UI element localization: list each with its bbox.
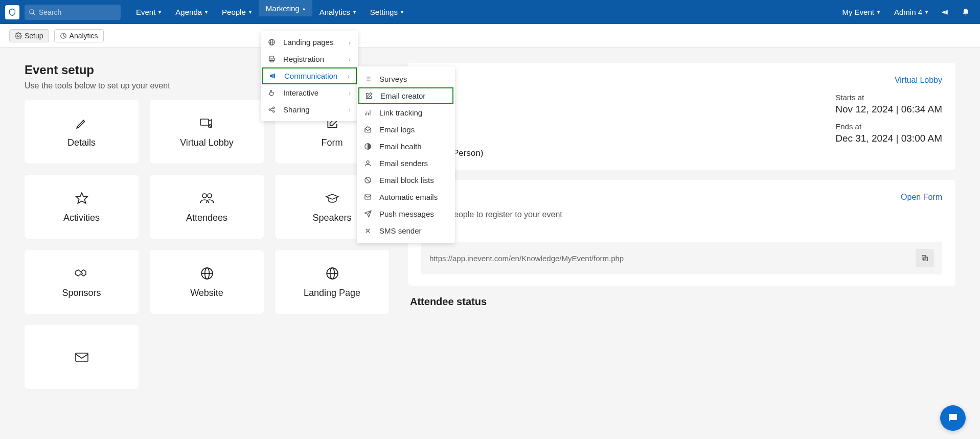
menu-label: Surveys xyxy=(379,75,407,83)
menu-label: Landing pages xyxy=(283,38,333,47)
main-content: Event setup Use the tools below to set u… xyxy=(0,48,980,404)
info-column: ils Virtual Lobby Starts at Nov 12, 2024… xyxy=(408,63,955,389)
nav-agenda[interactable]: Agenda▾ xyxy=(168,0,215,24)
list-icon xyxy=(364,75,373,83)
menu-registration[interactable]: Registration › xyxy=(261,51,358,67)
right-nav: My Event▾ Admin 4▾ xyxy=(836,0,975,24)
nav-label: Agenda xyxy=(175,8,202,16)
tile-landing-page[interactable]: Landing Page xyxy=(275,250,389,314)
edit-icon xyxy=(365,92,374,100)
app-logo[interactable] xyxy=(5,5,19,19)
attendee-status-title: Attendee status xyxy=(410,296,955,308)
menu-link-tracking[interactable]: Link tracking xyxy=(357,104,455,121)
menu-surveys[interactable]: Surveys xyxy=(357,71,455,87)
tile-label: Activities xyxy=(63,213,100,223)
tab-setup[interactable]: Setup xyxy=(9,29,49,42)
menu-communication[interactable]: Communication › xyxy=(262,67,357,84)
envelope-open-icon xyxy=(364,126,373,133)
tile-virtual-lobby[interactable]: Virtual Lobby xyxy=(150,100,264,164)
chevron-right-icon: › xyxy=(348,73,350,79)
gear-icon xyxy=(15,32,22,39)
menu-landing-pages[interactable]: Landing pages › xyxy=(261,34,358,51)
tile-details[interactable]: Details xyxy=(25,100,139,164)
tile-website[interactable]: Website xyxy=(150,250,264,314)
menu-sms-sender[interactable]: SMS sender xyxy=(357,222,455,239)
chevron-down-icon: ▾ xyxy=(925,9,928,15)
menu-interactive[interactable]: Interactive › xyxy=(261,84,358,101)
menu-email-block-lists[interactable]: Email block lists xyxy=(357,172,455,189)
tile-activities[interactable]: Activities xyxy=(25,175,139,239)
nav-marketing[interactable]: Marketing▴ xyxy=(259,0,312,16)
menu-email-logs[interactable]: Email logs xyxy=(357,121,455,138)
chat-icon xyxy=(947,412,959,424)
notifications-button[interactable] xyxy=(956,0,975,24)
menu-email-senders[interactable]: Email senders xyxy=(357,155,455,172)
chevron-right-icon: › xyxy=(349,107,351,113)
registration-desc: o invite people to register to your even… xyxy=(421,210,942,219)
pencil-icon xyxy=(75,115,88,131)
announce-button[interactable] xyxy=(936,0,954,24)
menu-label: Email logs xyxy=(379,125,415,134)
chevron-down-icon: ▾ xyxy=(249,9,252,15)
menu-email-creator[interactable]: Email creator xyxy=(358,87,453,104)
tile-label: Attendees xyxy=(186,213,227,223)
search-input[interactable] xyxy=(39,8,117,16)
user-label: Admin 4 xyxy=(894,8,922,16)
nav-settings[interactable]: Settings▾ xyxy=(363,0,411,24)
chart-icon xyxy=(60,32,67,39)
menu-label: Automatic emails xyxy=(379,193,438,201)
copy-icon xyxy=(921,254,929,262)
sub-toolbar: Setup Analytics xyxy=(0,24,980,48)
svg-point-8 xyxy=(208,194,212,198)
menu-automatic-emails[interactable]: Automatic emails xyxy=(357,189,455,205)
nav-label: Analytics xyxy=(320,8,350,16)
menu-sharing[interactable]: Sharing › xyxy=(261,101,358,118)
tile-sponsors[interactable]: Sponsors xyxy=(25,250,139,314)
tile-label: Website xyxy=(190,288,223,298)
svg-rect-4 xyxy=(200,119,209,125)
svg-point-44 xyxy=(367,230,369,232)
open-form-link[interactable]: Open Form xyxy=(901,193,942,202)
search-box[interactable] xyxy=(25,5,121,20)
menu-label: Communication xyxy=(284,72,337,80)
tab-analytics[interactable]: Analytics xyxy=(54,29,104,42)
tile-attendees[interactable]: Attendees xyxy=(150,175,264,239)
paper-plane-icon xyxy=(364,210,373,218)
main-nav: Event▾ Agenda▾ People▾ Marketing▴ Analyt… xyxy=(129,0,411,24)
svg-point-7 xyxy=(202,194,207,198)
svg-marker-6 xyxy=(76,193,87,203)
my-event-selector[interactable]: My Event▾ xyxy=(836,0,886,24)
user-menu[interactable]: Admin 4▾ xyxy=(888,0,934,24)
chevron-down-icon: ▾ xyxy=(401,9,403,15)
menu-label: Interactive xyxy=(283,88,318,97)
marketing-dropdown: Landing pages › Registration › Communica… xyxy=(261,31,358,121)
svg-line-28 xyxy=(270,110,273,111)
menu-label: Registration xyxy=(283,55,324,63)
tile-extra[interactable] xyxy=(25,325,139,389)
chevron-up-icon: ▴ xyxy=(303,6,305,11)
starts-at-value: Nov 12, 2024 | 06:34 AM xyxy=(835,104,942,115)
svg-line-27 xyxy=(270,108,273,109)
svg-rect-15 xyxy=(76,353,88,361)
copy-link-button[interactable] xyxy=(916,249,934,267)
starts-at-label: Starts at xyxy=(835,93,942,102)
people-icon xyxy=(199,190,215,206)
registration-panel: n Open Form o invite people to register … xyxy=(408,180,955,286)
ban-icon xyxy=(364,176,373,184)
nav-people[interactable]: People▾ xyxy=(215,0,259,24)
virtual-lobby-link[interactable]: Virtual Lobby xyxy=(895,76,942,85)
menu-email-health[interactable]: Email health xyxy=(357,138,455,155)
share-icon xyxy=(268,106,277,113)
search-icon xyxy=(29,9,36,16)
my-event-label: My Event xyxy=(842,8,874,16)
megaphone-icon xyxy=(941,8,949,16)
chevron-right-icon: › xyxy=(349,39,351,45)
nav-label: Settings xyxy=(370,8,398,16)
nav-event[interactable]: Event▾ xyxy=(129,0,168,24)
svg-point-0 xyxy=(30,9,34,13)
menu-label: Link tracking xyxy=(379,108,422,117)
menu-push-messages[interactable]: Push messages xyxy=(357,205,455,222)
chat-help-button[interactable] xyxy=(940,405,966,431)
nav-analytics[interactable]: Analytics▾ xyxy=(312,0,363,24)
menu-label: Email health xyxy=(379,142,422,151)
